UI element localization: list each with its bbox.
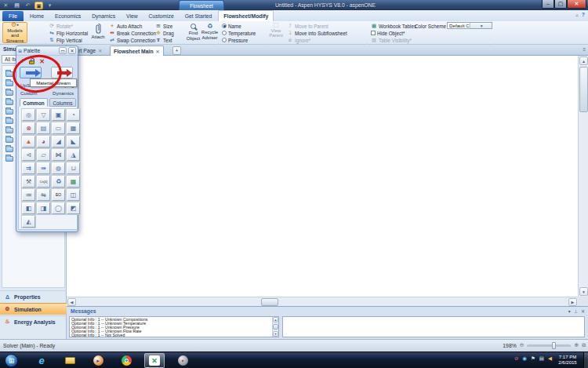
show-desktop-button[interactable] [583,352,588,368]
app-icon[interactable]: ✕ [2,2,10,9]
tab-list-menu-icon[interactable]: ≡ [583,47,586,52]
minimize-button[interactable]: – [542,0,554,9]
auto-attach-button[interactable]: ✦Auto Attach [109,23,142,29]
qat-customize-icon[interactable]: ▾ [45,2,54,9]
unit-op-tile[interactable]: ▲ [22,136,35,148]
taskbar-hysys-icon[interactable]: ✕ [144,353,165,368]
messages-detail-box[interactable] [282,316,585,337]
scroll-down-icon[interactable]: ▼ [579,287,588,296]
tab-dynamics[interactable]: Dynamics [87,11,120,22]
palette-tab-columns[interactable]: Columns [49,98,76,107]
close-icon[interactable]: ✕ [98,49,102,53]
unit-op-tile[interactable]: ⊔ [67,162,80,174]
zoom-slider[interactable] [527,344,571,347]
minimize-ribbon-icon[interactable]: ▵ [575,12,579,18]
break-connection-button[interactable]: ⇹Break Connection [109,30,156,36]
scrollbar-thumb[interactable] [579,67,588,112]
close-icon[interactable]: ✕ [68,47,76,54]
unit-op-tile[interactable]: ♻ [52,176,65,188]
unit-op-tile[interactable]: Cn[4] [37,176,50,188]
tab-flowsheet-modify[interactable]: Flowsheet/Modify [218,10,274,21]
unit-op-tile[interactable]: ▤ [37,122,50,134]
tab-view[interactable]: View [122,11,143,22]
unit-op-tile[interactable]: ◯ [52,202,65,214]
tab-economics[interactable]: Economics [50,11,85,22]
palette-tab-common[interactable]: Common [20,98,48,107]
zoom-out-icon[interactable]: ⊖ [520,342,524,348]
fit-to-window-icon[interactable]: ⧉ [582,342,586,348]
palette-title-bar[interactable]: ⊞ Palette ▭ ✕ [16,46,78,56]
energy-stream-button[interactable] [51,67,73,78]
unit-op-tile[interactable]: ≔ [22,189,35,201]
stream-label-name-radio[interactable]: Name [222,23,241,29]
taskbar-app-icon[interactable]: ✦ [172,353,193,368]
view-parent-button[interactable]: ⬚ View Parent [267,22,285,43]
tab-file[interactable]: File [2,11,24,22]
zoom-in-icon[interactable]: ⊕ [574,342,579,348]
unit-op-tile[interactable]: ⊲ [22,149,35,161]
unit-op-tile[interactable]: ◍ [52,162,65,174]
unit-op-tile[interactable]: ◫ [67,189,80,201]
unit-op-tile[interactable]: ⋈ [52,149,65,161]
unit-op-tile[interactable]: EO [52,189,65,201]
unit-op-tile[interactable]: ▽ [37,109,50,121]
unit-op-tile[interactable]: ▦ [67,176,80,188]
nav-simulation[interactable]: ⚙ Simulation [0,303,67,315]
scrollbar-thumb[interactable] [261,298,278,306]
vertical-scrollbar[interactable]: ▲ ▼ [578,56,588,297]
scroll-right-icon[interactable]: ▶ [568,298,577,306]
add-icon[interactable]: + [20,57,24,65]
move-to-parent-button[interactable]: ⤴Move to Parent [287,23,328,29]
taskbar-explorer-icon[interactable] [60,353,80,368]
unit-op-tile[interactable]: ◕ [37,136,50,148]
unit-op-tile[interactable]: ◭ [22,216,35,228]
table-visibility-button[interactable]: ▥Table Visibility* [371,37,412,43]
swap-connection-button[interactable]: ⇄Swap Connection [109,37,155,43]
flip-horizontal-button[interactable]: ⇆Flip Horizontal [49,30,88,36]
messages-scrollbar[interactable]: ▲ ▼ [272,317,278,337]
tab-customize[interactable]: Customize [144,11,179,22]
unit-op-tile[interactable]: ⊗ [22,122,35,134]
color-scheme-combo[interactable]: Default Colour ▼ [447,22,492,29]
minimize-icon[interactable]: ▭ [59,47,67,54]
subtab-dynamics[interactable]: Dynamics [53,90,74,96]
close-button[interactable]: ✕ [567,0,586,9]
unit-op-tile[interactable]: ▭ [52,122,65,134]
maximize-button[interactable]: ▢ [554,0,567,9]
tab-get-started[interactable]: Get Started [180,11,217,22]
unit-op-tile[interactable]: ▣ [52,109,65,121]
drag-button[interactable]: ✥Drag [155,30,174,36]
taskbar-ie-icon[interactable]: e [31,353,52,368]
size-button[interactable]: ⊞Size [155,23,172,29]
tray-update-icon[interactable]: ◉ [522,355,527,362]
add-tab-button[interactable]: + [172,46,181,55]
unit-op-tile[interactable]: ⇛ [37,162,50,174]
unit-op-tile[interactable]: ◔ [67,109,80,121]
move-into-subflowsheet-button[interactable]: ⤵Move into Subflowsheet [287,30,347,36]
text-button[interactable]: TText [155,37,172,43]
hide-object-checkbox[interactable]: Hide Object* [371,30,405,36]
flip-vertical-button[interactable]: ⇅Flip Vertical [49,37,82,43]
stream-label-temperature-radio[interactable]: Temperature [222,30,256,36]
taskbar-clock[interactable]: 7:17 PM 2/6/2015 [554,355,582,366]
scroll-left-icon[interactable]: ◀ [67,298,76,306]
scroll-up-icon[interactable]: ▲ [579,56,588,65]
unit-op-tile[interactable]: ⇋ [37,189,50,201]
taskbar-chrome-icon[interactable] [116,353,136,368]
horizontal-scrollbar[interactable]: ◀ ▶ [67,297,578,306]
unit-op-tile[interactable]: ▱ [37,149,50,161]
recycle-adviser-button[interactable]: ♻ Recycle Adviser [201,22,218,43]
tab-home[interactable]: Home [25,11,49,22]
taskbar-media-player-icon[interactable]: ▸ [88,353,108,368]
unit-op-tile[interactable]: ◮ [67,149,80,161]
scroll-up-icon[interactable]: ▲ [273,317,278,322]
messages-list[interactable]: Optional Info : 1 -- Unknown Composition… [69,316,279,337]
tray-network-icon[interactable]: ▤ [539,355,544,362]
help-icon[interactable]: ? [582,12,585,18]
unit-op-tile[interactable]: ⚒ [22,176,35,188]
lock-icon[interactable] [29,60,34,64]
subtab-custom[interactable]: Custom [20,90,37,96]
undo-icon[interactable]: ↶ [24,2,32,9]
unit-op-tile[interactable]: ◎ [22,109,35,121]
tray-volume-icon[interactable]: ◀ [548,355,552,362]
